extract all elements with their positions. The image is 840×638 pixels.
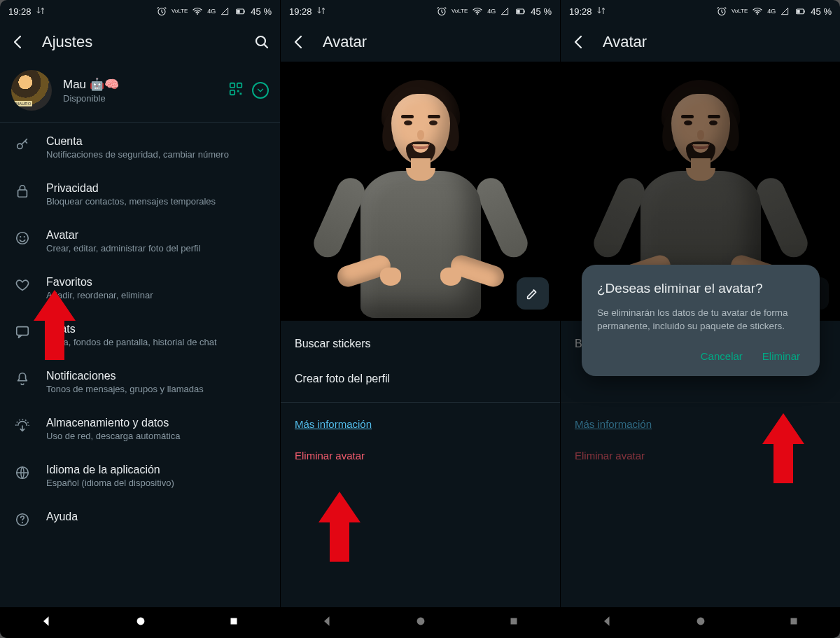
screen-settings: 19:28 VoLTE 4G 45 % Ajustes Mau 🤖🧠 Dispo… bbox=[0, 0, 280, 638]
lock-icon bbox=[14, 183, 31, 199]
nav-bar bbox=[0, 607, 280, 638]
settings-item-subtitle: Bloquear contactos, mensajes temporales bbox=[46, 196, 216, 207]
screen-avatar: 19:28 VoLTE 4G 45 % Avatar bbox=[280, 0, 560, 638]
divider bbox=[0, 122, 280, 123]
swap-icon bbox=[596, 6, 606, 18]
page-title: Ajustes bbox=[42, 33, 238, 51]
status-time: 19:28 bbox=[569, 6, 592, 17]
network-label: 4G bbox=[207, 8, 216, 15]
network-label: 4G bbox=[767, 8, 776, 15]
status-bar: 19:28 VoLTE 4G 45 % bbox=[0, 0, 280, 22]
app-bar: Avatar bbox=[561, 22, 840, 62]
nav-home-icon[interactable] bbox=[414, 614, 428, 631]
signal-icon bbox=[220, 6, 230, 16]
settings-item-title: Avatar bbox=[46, 229, 200, 242]
link-more-info[interactable]: Más información bbox=[561, 408, 840, 440]
key-icon bbox=[14, 137, 31, 152]
avatar-menu: Buscar stickers Crear foto del perfil Má… bbox=[281, 321, 560, 477]
back-button[interactable] bbox=[289, 32, 309, 52]
settings-item-bell[interactable]: NotificacionesTonos de mensajes, grupos … bbox=[0, 359, 280, 405]
back-button[interactable] bbox=[569, 32, 589, 52]
settings-item-subtitle: Tonos de mensajes, grupos y llamadas bbox=[46, 384, 204, 394]
dialog-cancel-button[interactable]: Cancelar bbox=[701, 350, 743, 362]
link-delete-avatar[interactable]: Eliminar avatar bbox=[281, 440, 560, 471]
battery-icon bbox=[234, 5, 246, 18]
profile-status: Disponible bbox=[63, 93, 217, 104]
battery-pct: 45 % bbox=[531, 6, 552, 17]
nav-back-icon[interactable] bbox=[601, 614, 615, 631]
signal-icon bbox=[780, 6, 790, 16]
settings-item-key[interactable]: CuentaNotificaciones de seguridad, cambi… bbox=[0, 124, 280, 171]
nav-recent-icon[interactable] bbox=[227, 615, 240, 630]
settings-item-title: Notificaciones bbox=[46, 370, 204, 382]
settings-item-heart[interactable]: FavoritosAñadir, reordenar, eliminar bbox=[0, 265, 280, 312]
settings-list[interactable]: CuentaNotificaciones de seguridad, cambi… bbox=[0, 124, 280, 607]
bell-icon bbox=[14, 371, 31, 387]
heart-icon bbox=[14, 277, 31, 293]
divider bbox=[561, 402, 840, 403]
menu-create-photo[interactable]: Crear foto del perfil bbox=[281, 361, 560, 396]
profile-avatar[interactable] bbox=[11, 70, 52, 111]
nav-recent-icon[interactable] bbox=[507, 615, 520, 630]
dialog-confirm-button[interactable]: Eliminar bbox=[762, 350, 800, 362]
delete-avatar-dialog: ¿Deseas eliminar el avatar? Se eliminará… bbox=[582, 265, 820, 376]
menu-find-stickers[interactable]: Buscar stickers bbox=[281, 326, 560, 361]
signal-icon bbox=[500, 6, 510, 16]
profile-name: Mau 🤖🧠 bbox=[63, 77, 217, 92]
help-icon bbox=[14, 512, 31, 527]
settings-item-title: Privacidad bbox=[46, 182, 216, 195]
settings-item-title: Cuenta bbox=[46, 135, 229, 148]
dialog-title: ¿Deseas eliminar el avatar? bbox=[597, 280, 804, 298]
battery-pct: 45 % bbox=[811, 6, 832, 17]
profile-row[interactable]: Mau 🤖🧠 Disponible bbox=[0, 62, 280, 119]
nav-recent-icon[interactable] bbox=[788, 615, 800, 630]
settings-item-title: Ayuda bbox=[46, 511, 78, 523]
settings-item-subtitle: Español (idioma del dispositivo) bbox=[46, 478, 174, 488]
volte-label: VoLTE bbox=[172, 8, 188, 14]
wifi-icon bbox=[752, 6, 763, 17]
volte-label: VoLTE bbox=[451, 8, 468, 14]
battery-icon bbox=[794, 5, 806, 18]
network-label: 4G bbox=[487, 8, 496, 15]
status-time: 19:28 bbox=[8, 6, 31, 17]
settings-item-title: Favoritos bbox=[46, 276, 153, 289]
settings-item-subtitle: Tema, fondos de pantalla, historial de c… bbox=[46, 337, 217, 347]
status-time: 19:28 bbox=[289, 6, 312, 17]
swap-icon bbox=[36, 6, 46, 18]
nav-home-icon[interactable] bbox=[694, 614, 708, 631]
globe-icon bbox=[14, 465, 31, 480]
settings-item-data[interactable]: Almacenamiento y datosUso de red, descar… bbox=[0, 405, 280, 452]
nav-back-icon[interactable] bbox=[321, 614, 335, 631]
link-delete-avatar[interactable]: Eliminar avatar bbox=[561, 440, 840, 471]
settings-item-subtitle: Añadir, reordenar, eliminar bbox=[46, 290, 153, 300]
page-title: Avatar bbox=[323, 33, 552, 51]
alarm-icon bbox=[716, 6, 727, 17]
back-button[interactable] bbox=[8, 32, 28, 52]
settings-item-chat[interactable]: ChatsTema, fondos de pantalla, historial… bbox=[0, 312, 280, 359]
link-more-info[interactable]: Más información bbox=[281, 408, 560, 440]
nav-bar bbox=[281, 607, 560, 638]
divider bbox=[281, 402, 560, 403]
nav-back-icon[interactable] bbox=[40, 614, 54, 631]
status-bar: 19:28 VoLTE 4G 45 % bbox=[281, 0, 560, 22]
status-bar: 19:28 VoLTE 4G 45 % bbox=[561, 0, 840, 22]
qr-icon[interactable] bbox=[228, 81, 244, 99]
volte-label: VoLTE bbox=[732, 8, 748, 14]
dialog-body: Se eliminarán los datos de tu avatar de … bbox=[597, 306, 804, 333]
settings-item-globe[interactable]: Idioma de la aplicaciónEspañol (idioma d… bbox=[0, 452, 280, 499]
data-icon bbox=[14, 418, 31, 434]
nav-bar bbox=[561, 607, 840, 638]
settings-item-title: Idioma de la aplicación bbox=[46, 464, 174, 476]
alarm-icon bbox=[156, 6, 167, 17]
settings-item-lock[interactable]: PrivacidadBloquear contactos, mensajes t… bbox=[0, 171, 280, 218]
avatar-figure bbox=[337, 74, 505, 321]
settings-item-face[interactable]: AvatarCrear, editar, administrar foto de… bbox=[0, 218, 280, 265]
swap-icon bbox=[316, 6, 326, 18]
wifi-icon bbox=[472, 6, 483, 17]
search-button[interactable] bbox=[252, 32, 272, 52]
add-account-button[interactable] bbox=[252, 82, 269, 99]
nav-home-icon[interactable] bbox=[134, 614, 148, 631]
wifi-icon bbox=[192, 6, 203, 17]
edit-avatar-button[interactable] bbox=[517, 277, 549, 310]
settings-item-help[interactable]: Ayuda bbox=[0, 499, 280, 539]
